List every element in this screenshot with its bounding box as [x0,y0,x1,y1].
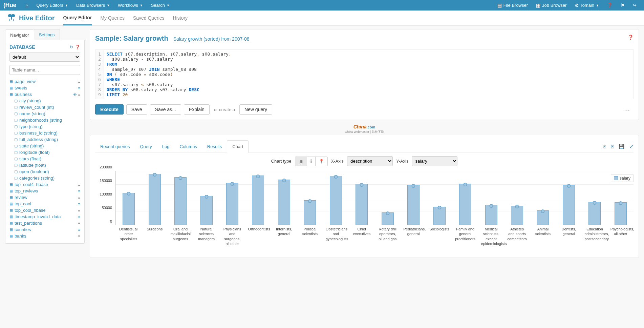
bar[interactable] [304,200,316,225]
table-row[interactable]: ▦page_view≡ [9,78,80,85]
download-csv-icon[interactable]: ⎘ [603,144,606,149]
bar[interactable] [356,184,368,225]
logout-icon[interactable]: ↪ [629,0,641,10]
nav-user-menu[interactable]: ⚙romain▼ [571,0,603,11]
bar[interactable] [433,207,446,225]
chart-type-bar[interactable]: ▯▯ [295,157,307,166]
column-row[interactable]: ▢name (string) [14,110,80,117]
column-row[interactable]: ▢review_count (int) [14,104,80,110]
bar[interactable] [459,184,471,225]
more-actions-button[interactable]: ... [621,107,634,112]
table-row[interactable]: ▦top_cool_hbase≡ [9,207,80,213]
flag-icon[interactable]: ⚑ [617,0,629,10]
list-icon[interactable]: ≡ [78,80,80,84]
bar[interactable] [200,196,213,225]
rtab-chart[interactable]: Chart [227,140,249,153]
query-subtitle[interactable]: Salary growth (sorted) from 2007-08 [173,36,250,42]
bar[interactable] [563,185,575,225]
rtab-recent-queries[interactable]: Recent queries [95,141,135,152]
save-results-icon[interactable]: 💾 [619,144,624,149]
execute-button[interactable]: Execute [95,104,124,115]
list-icon[interactable]: ≡ [78,189,80,193]
list-icon[interactable]: ≡ [78,196,80,200]
refresh-icon[interactable]: ↻ [70,45,73,49]
db-help-icon[interactable]: ❓ [75,45,80,49]
hue-logo[interactable]: (Hue [3,2,16,9]
query-title[interactable]: Sample: Salary growth [95,35,168,42]
bar[interactable] [252,176,264,225]
table-row[interactable]: ▦timestamp_invalid_data≡ [9,213,80,220]
rtab-log[interactable]: Log [157,141,175,152]
nav-job-browser[interactable]: ▦Job Browser [532,0,571,11]
list-icon[interactable]: ≡ [78,221,80,225]
list-icon[interactable]: ≡ [78,208,80,212]
bar[interactable] [226,183,238,225]
table-row[interactable]: ▦banks≡ [9,233,80,239]
bar[interactable] [382,212,394,225]
table-filter-input[interactable] [9,65,80,75]
home-icon[interactable]: ⌂ [21,0,32,11]
help-icon[interactable]: ❓ [603,0,617,10]
download-xls-icon[interactable]: ⎘ [611,144,614,149]
sql-editor[interactable]: 123456789 SELECT s07.description, s07.sa… [95,49,634,99]
rtab-columns[interactable]: Columns [175,141,202,152]
tab-saved-queries[interactable]: Saved Queries [133,11,165,25]
list-icon[interactable]: ≡ [78,86,80,90]
rtab-results[interactable]: Results [202,141,227,152]
database-select[interactable]: default [9,53,80,62]
list-icon[interactable]: ≡ [78,228,80,232]
list-icon[interactable]: ≡ [78,202,80,206]
table-row[interactable]: ▦review≡ [9,194,80,201]
rtab-query[interactable]: Query [135,141,157,152]
bar[interactable] [588,202,601,225]
column-row[interactable]: ▢longitude (float) [14,149,80,156]
list-icon[interactable]: ≡ [78,183,80,187]
nav-data-browsers[interactable]: Data Browsers▼ [72,0,114,10]
new-query-button[interactable]: New query [239,104,272,115]
explain-button[interactable]: Explain [184,104,210,115]
query-help-icon[interactable]: ❓ [628,35,634,40]
tab-query-editor[interactable]: Query Editor [63,11,92,25]
bar[interactable] [278,180,290,225]
eye-icon[interactable]: 👁 [73,93,77,97]
table-row[interactable]: ▦tweets≡ [9,85,80,91]
sidebar-tab-settings[interactable]: Settings [34,29,60,40]
nav-file-browser[interactable]: ▤File Browser [493,0,532,11]
table-row[interactable]: ▦counties≡ [9,226,80,233]
yaxis-select[interactable]: salary [412,156,457,166]
bar[interactable] [511,206,523,225]
column-row[interactable]: ▢stars (float) [14,156,80,162]
save-as-button[interactable]: Save as... [150,104,181,115]
save-button[interactable]: Save [126,104,147,115]
table-tree[interactable]: ▦page_view≡▦tweets≡▦business👁≡▢city (str… [9,78,80,239]
code-content[interactable]: SELECT s07.description, s07.salary, s08.… [104,50,234,99]
list-icon[interactable]: ≡ [78,93,80,97]
tab-history[interactable]: History [173,11,188,25]
bar[interactable] [174,177,187,225]
chart-type-line[interactable]: ⦙⦙ [307,157,316,166]
bar[interactable] [485,205,497,225]
chart-type-map[interactable]: 📍 [316,157,327,166]
list-icon[interactable]: ≡ [78,234,80,238]
column-row[interactable]: ▢full_address (string) [14,136,80,143]
xaxis-select[interactable]: description [347,156,393,166]
table-row[interactable]: ▦test_partitions≡ [9,220,80,226]
table-row[interactable]: ▦business👁≡ [9,91,80,98]
bar[interactable] [407,185,420,225]
sidebar-tab-navigator[interactable]: Navigator [5,29,34,40]
table-row[interactable]: ▦top_reviews≡ [9,188,80,194]
column-row[interactable]: ▢open (boolean) [14,168,80,175]
list-icon[interactable]: ≡ [78,215,80,219]
table-row[interactable]: ▦top_cool≡ [9,201,80,207]
bar[interactable] [330,176,342,225]
table-row[interactable]: ▦top_cool4_hbase≡ [9,181,80,188]
nav-workflows[interactable]: Workflows▼ [114,0,147,10]
expand-icon[interactable]: ⤢ [629,144,634,149]
nav-query-editors[interactable]: Query Editors▼ [32,0,72,10]
column-row[interactable]: ▢latitude (float) [14,162,80,168]
bar[interactable] [149,174,161,225]
column-row[interactable]: ▢categories (string) [14,175,80,181]
bar[interactable] [123,193,135,225]
column-row[interactable]: ▢neighborhoods (string [14,117,80,123]
bar[interactable] [615,202,627,225]
